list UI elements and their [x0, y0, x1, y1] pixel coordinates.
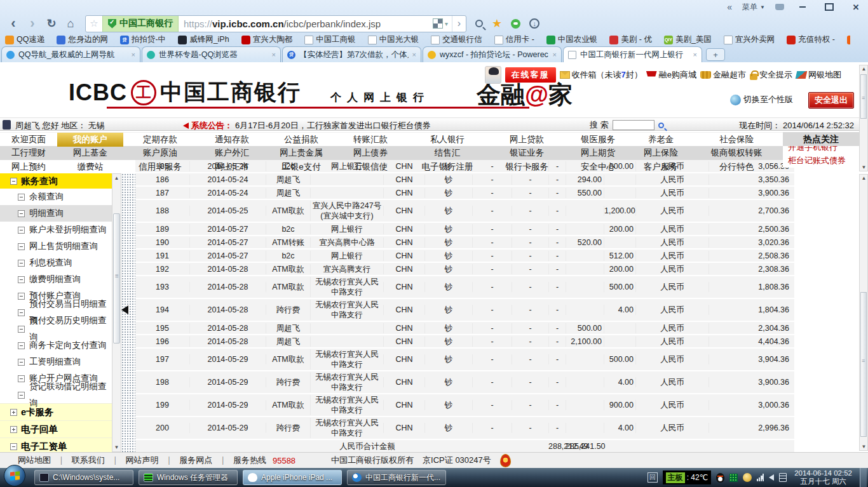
switch-version-link[interactable]: 切换至个性版: [730, 94, 793, 105]
nav-item[interactable]: 通知存款: [197, 133, 267, 147]
table-row[interactable]: 1922014-05-28ATM取款宜兴高腾支行CHN钞---200.00人民币…: [135, 263, 794, 276]
scroll-down-icon[interactable]: ▼: [860, 444, 867, 450]
nav-item[interactable]: 养老金: [632, 133, 690, 147]
forward-button[interactable]: ›: [23, 15, 42, 32]
tab-close-icon[interactable]: ×: [553, 51, 557, 58]
nav-item[interactable]: 网上贷款: [489, 133, 564, 147]
nav-item[interactable]: 网上债券: [336, 146, 405, 160]
qr-code-icon[interactable]: [433, 19, 442, 28]
close-window-button[interactable]: ✕: [848, 2, 864, 12]
bookmark-item[interactable]: QQ速递: [5, 34, 44, 45]
clipboard-tray-icon[interactable]: [779, 473, 787, 482]
collapse-toolbar-icon[interactable]: «: [727, 2, 732, 12]
nav-item[interactable]: 网上期货: [564, 146, 632, 160]
reload-button[interactable]: ↻: [42, 15, 61, 32]
sidebar-item[interactable]: 账户未登折明细查询: [0, 222, 112, 238]
show-desktop-button[interactable]: [860, 468, 867, 487]
table-row[interactable]: 1932014-05-28ATM取款无锡农行宜兴人民中路支行CHN钞---500…: [135, 276, 794, 299]
browser-menu-button[interactable]: 菜单 ▼: [742, 2, 765, 13]
go-button[interactable]: ›: [452, 16, 466, 32]
scroll-up-icon[interactable]: ▲: [860, 66, 867, 72]
expand-box-icon[interactable]: [10, 409, 17, 416]
sidebar-item[interactable]: 余额查询: [0, 189, 112, 205]
table-row[interactable]: 1952014-05-28周超飞CHN钞---500.00人民币2,304.36: [135, 322, 794, 335]
table-row[interactable]: 1972014-05-29ATM取款无锡农行宜兴人民中路支行CHN钞---500…: [135, 349, 794, 371]
home-button[interactable]: ⌂: [61, 15, 80, 32]
qq-tray-icon[interactable]: [716, 473, 724, 483]
start-button[interactable]: [4, 465, 25, 486]
inbox-link[interactable]: 收件箱（未读7封）: [560, 69, 642, 81]
bookmark-item[interactable]: 中国农业银: [546, 34, 598, 45]
bookmark-item[interactable]: 美剧 - 优: [609, 34, 652, 45]
nav-item[interactable]: 银商银权转账: [690, 146, 783, 160]
nav-item[interactable]: 我的账户: [57, 133, 123, 147]
table-row[interactable]: 1992014-05-29ATM取款无锡农行宜兴人民中路支行CHN钞---900…: [135, 394, 794, 417]
sidebar-group-account-query[interactable]: 账务查询: [0, 173, 112, 189]
nav-item[interactable]: 网上预约: [0, 160, 57, 174]
volume-icon[interactable]: [769, 474, 774, 481]
search-input[interactable]: [613, 120, 654, 130]
sidebar-item[interactable]: 预付交易历史明细查询: [0, 321, 112, 337]
frame-scrollbar-bottom[interactable]: ▲ ▼: [859, 174, 868, 451]
scroll-down-icon[interactable]: ▼: [113, 444, 120, 450]
sidebar-item[interactable]: 明细查询: [0, 205, 112, 222]
bookmark-item[interactable]: 充值特权 -: [787, 34, 835, 45]
table-row[interactable]: 1872014-05-24周超飞CHN钞---550.00人民币3,900.36: [135, 187, 794, 200]
sidebar-item[interactable]: 网上售货明细查询: [0, 238, 112, 255]
scroll-thumb[interactable]: [860, 292, 867, 437]
footer-link[interactable]: 服务网点: [179, 455, 212, 466]
url-dropdown-icon[interactable]: ▾: [445, 20, 448, 27]
nav-item[interactable]: 网上保险: [632, 146, 690, 160]
nav-item[interactable]: 定期存款: [123, 133, 197, 147]
bookmark-item[interactable]: 威锋网_iPh: [178, 34, 229, 45]
scroll-up-icon[interactable]: ▲: [113, 175, 120, 181]
gold-tray-icon[interactable]: [743, 473, 752, 482]
nav-item[interactable]: 工银信使: [336, 160, 405, 174]
finance-market-link[interactable]: 金融超市: [700, 69, 746, 81]
frame-scrollbar-top[interactable]: ▲ ▼: [859, 65, 868, 171]
footer-link[interactable]: 网站地图: [18, 455, 51, 466]
table-row[interactable]: 1912014-05-27b2c网上银行CHN钞---512.00人民币2,50…: [135, 250, 794, 263]
nav-item[interactable]: 工银e支付: [267, 160, 336, 174]
expand-box-icon[interactable]: [10, 426, 17, 433]
table-row[interactable]: 1942014-05-28跨行费无锡农行宜兴人民中路支行CHN钞---4.00人…: [135, 299, 794, 322]
bookmark-item[interactable]: 宜兴外卖网: [724, 34, 775, 45]
icbc-logo[interactable]: ICBC 工 中国工商银行: [69, 77, 301, 107]
hot-topic-link[interactable]: 开通手机银行: [783, 146, 859, 153]
nav-item[interactable]: 缴费站: [57, 160, 123, 174]
sidebar-item[interactable]: 工资明细查询: [0, 354, 112, 370]
browser-tab[interactable]: 世界杯专题-QQ浏览器×: [142, 46, 281, 62]
table-row[interactable]: 1902014-05-27ATM转账宜兴高腾中心路CHN钞---520.00人民…: [135, 236, 794, 250]
sidebar-item[interactable]: 利息税查询: [0, 255, 112, 271]
restore-button[interactable]: [821, 2, 837, 12]
back-button[interactable]: ‹: [4, 15, 23, 32]
taskbar-button[interactable]: C:\Windows\syste...: [34, 470, 133, 485]
bookmark-star-icon[interactable]: ☆: [86, 18, 102, 29]
bookmark-item[interactable]: 您身边的网: [57, 34, 108, 45]
scroll-down-icon[interactable]: ▼: [860, 164, 867, 170]
collapse-box-icon[interactable]: [10, 178, 17, 185]
messages-icon[interactable]: [511, 19, 520, 29]
nav-item[interactable]: 结售汇: [405, 146, 489, 160]
tray-ime-icon[interactable]: 回: [648, 472, 658, 483]
nav-item[interactable]: 私人银行: [405, 133, 489, 147]
search-submit-icon[interactable]: [658, 123, 664, 128]
nav-item[interactable]: 安全中心: [564, 160, 632, 174]
mall-link[interactable]: 融e购商城: [646, 69, 696, 81]
table-row[interactable]: 1892014-05-27b2c网上银行CHN钞---200.00人民币2,50…: [135, 223, 794, 236]
taskbar-button[interactable]: 中国工商银行新一代...: [347, 470, 446, 485]
table-row[interactable]: 1882014-05-25ATM取款宜兴人民中路247号 (宜兴城中支行)CHN…: [135, 200, 794, 223]
bookmark-item[interactable]: 中国光大银: [368, 34, 419, 45]
browser-tab[interactable]: 贷【实体经营】第7次借款，个体户×: [282, 46, 421, 62]
collapse-box-icon[interactable]: [10, 443, 17, 450]
nav-item[interactable]: 转账汇款: [336, 133, 405, 147]
bookmark-item[interactable]: 信用卡 -: [494, 34, 534, 45]
sidebar-item[interactable]: 缴费明细查询: [0, 271, 112, 288]
tab-close-icon[interactable]: ×: [272, 51, 276, 58]
nav-item[interactable]: 电子银行注册: [405, 160, 489, 174]
nav-item[interactable]: 银证业务: [489, 146, 564, 160]
search-icon[interactable]: [475, 20, 483, 27]
download-icon[interactable]: ↓: [529, 18, 539, 29]
table-row[interactable]: 1962014-05-28周超飞CHN钞---2,100.00人民币4,404.…: [135, 335, 794, 349]
nav-item[interactable]: 欢迎页面: [0, 133, 57, 147]
